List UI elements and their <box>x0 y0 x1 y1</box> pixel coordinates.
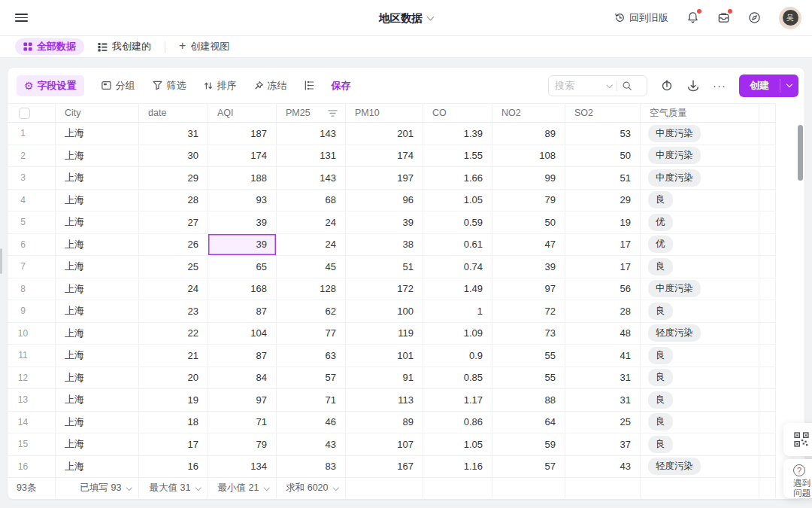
save-button[interactable]: 保存 <box>332 79 351 93</box>
cell-date[interactable]: 20 <box>139 367 208 389</box>
cell-city[interactable]: 上海 <box>56 190 139 211</box>
cell-quality[interactable]: 良 <box>641 190 759 211</box>
cell-quality[interactable]: 中度污染 <box>641 145 759 167</box>
cell-quality[interactable]: 良 <box>641 389 759 411</box>
cell-quality[interactable]: 中度污染 <box>641 167 759 189</box>
cell-pm10[interactable]: 96 <box>346 190 423 211</box>
cell-pm25[interactable]: 45 <box>277 256 346 278</box>
cell-pm25[interactable]: 68 <box>277 190 346 211</box>
search-input[interactable] <box>555 80 603 91</box>
cell-co[interactable]: 0.59 <box>423 211 492 233</box>
cell-quality[interactable]: 良 <box>641 367 759 389</box>
cell-so2[interactable]: 17 <box>565 256 641 278</box>
row-number-cell[interactable]: 12 <box>8 367 56 389</box>
left-scrollbar[interactable] <box>0 248 2 274</box>
row-number-cell[interactable]: 10 <box>8 323 56 345</box>
cell-aqi[interactable]: 187 <box>208 123 277 144</box>
cell-date[interactable]: 25 <box>139 256 208 278</box>
cell-city[interactable]: 上海 <box>56 412 139 433</box>
cell-quality[interactable]: 良 <box>641 345 759 367</box>
cell-co[interactable]: 1 <box>423 300 492 322</box>
freeze-button[interactable]: 冻结 <box>253 79 287 93</box>
cell-city[interactable]: 上海 <box>56 433 139 455</box>
cell-pm25[interactable]: 77 <box>277 323 346 345</box>
cell-aqi[interactable]: 87 <box>208 300 277 322</box>
column-header-co[interactable]: CO <box>423 104 492 122</box>
cell-aqi[interactable]: 39 <box>208 234 277 256</box>
cell-so2[interactable]: 50 <box>565 145 641 167</box>
upload-icon[interactable] <box>660 79 674 93</box>
cell-city[interactable]: 上海 <box>56 145 139 167</box>
column-header-city[interactable]: City <box>56 104 139 122</box>
cell-pm10[interactable]: 89 <box>346 412 423 433</box>
row-number-cell[interactable]: 14 <box>8 412 56 433</box>
cell-no2[interactable]: 72 <box>492 300 565 322</box>
cell-so2[interactable]: 37 <box>565 433 641 455</box>
cell-date[interactable]: 18 <box>139 412 208 433</box>
cell-co[interactable]: 1.39 <box>423 123 492 144</box>
cell-co[interactable]: 0.9 <box>423 345 492 367</box>
cell-no2[interactable]: 108 <box>492 145 565 167</box>
cell-pm25[interactable]: 131 <box>277 145 346 167</box>
cell-pm10[interactable]: 197 <box>346 167 423 189</box>
cell-so2[interactable]: 28 <box>565 300 641 322</box>
download-icon[interactable] <box>686 79 700 93</box>
cell-date[interactable]: 17 <box>139 433 208 455</box>
cell-date[interactable]: 29 <box>139 167 208 189</box>
group-button[interactable]: 分组 <box>101 79 135 93</box>
cell-aqi[interactable]: 71 <box>208 412 277 433</box>
cell-no2[interactable]: 59 <box>492 433 565 455</box>
cell-aqi[interactable]: 87 <box>208 345 277 367</box>
cell-no2[interactable]: 50 <box>492 211 565 233</box>
cell-quality[interactable]: 良 <box>641 412 759 433</box>
create-dropdown-button[interactable] <box>780 75 798 97</box>
cell-no2[interactable]: 47 <box>492 234 565 256</box>
cell-aqi[interactable]: 84 <box>208 367 277 389</box>
cell-aqi[interactable]: 104 <box>208 323 277 345</box>
cell-quality[interactable]: 良 <box>641 433 759 455</box>
vertical-scrollbar[interactable] <box>798 125 803 181</box>
row-height-button[interactable] <box>304 80 315 91</box>
cell-pm25[interactable]: 57 <box>277 367 346 389</box>
cell-no2[interactable]: 97 <box>492 278 565 300</box>
tab-all-data[interactable]: 全部数据 <box>15 38 84 55</box>
chevron-down-icon[interactable] <box>607 82 613 88</box>
cell-no2[interactable]: 57 <box>492 456 565 478</box>
cell-pm25[interactable]: 62 <box>277 300 346 322</box>
summary-pm25[interactable]: 求和 6020 <box>277 478 346 498</box>
row-number-cell[interactable]: 16 <box>8 456 56 478</box>
cell-no2[interactable]: 79 <box>492 190 565 211</box>
cell-co[interactable]: 1.09 <box>423 323 492 345</box>
column-header-date[interactable]: date <box>139 104 208 122</box>
cell-pm10[interactable]: 107 <box>346 433 423 455</box>
cell-date[interactable]: 31 <box>139 123 208 144</box>
cell-so2[interactable]: 29 <box>565 190 641 211</box>
row-number-cell[interactable]: 11 <box>8 345 56 367</box>
cell-pm25[interactable]: 46 <box>277 412 346 433</box>
cell-date[interactable]: 23 <box>139 300 208 322</box>
cell-so2[interactable]: 31 <box>565 389 641 411</box>
sort-button[interactable]: 排序 <box>203 79 237 93</box>
cell-quality[interactable]: 良 <box>641 256 759 278</box>
cell-pm10[interactable]: 91 <box>346 367 423 389</box>
discover-button[interactable] <box>748 11 761 24</box>
cell-so2[interactable]: 56 <box>565 278 641 300</box>
back-to-old-version-button[interactable]: 回到旧版 <box>614 11 668 25</box>
column-header-quality[interactable]: 空气质量 <box>641 104 759 122</box>
cell-aqi[interactable]: 39 <box>208 211 277 233</box>
column-header-aqi[interactable]: AQI <box>208 104 277 122</box>
cell-co[interactable]: 1.05 <box>423 433 492 455</box>
cell-so2[interactable]: 19 <box>565 211 641 233</box>
cell-so2[interactable]: 43 <box>565 456 641 478</box>
cell-co[interactable]: 0.61 <box>423 234 492 256</box>
cell-co[interactable]: 1.16 <box>423 456 492 478</box>
cell-quality[interactable]: 优 <box>641 234 759 256</box>
row-number-cell[interactable]: 3 <box>8 167 56 189</box>
cell-pm10[interactable]: 100 <box>346 300 423 322</box>
filter-lines-icon[interactable] <box>328 108 338 118</box>
notifications-button[interactable] <box>686 11 699 24</box>
cell-quality[interactable]: 轻度污染 <box>641 323 759 345</box>
search-icon[interactable] <box>622 81 632 91</box>
qr-code-widget[interactable] <box>783 423 812 456</box>
cell-pm10[interactable]: 167 <box>346 456 423 478</box>
